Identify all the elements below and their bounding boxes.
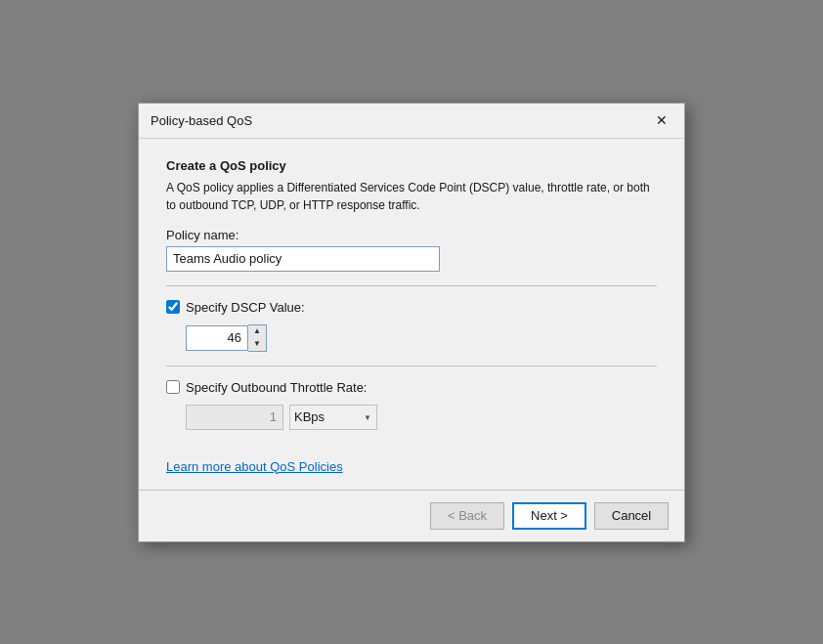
- divider-2: [166, 365, 657, 366]
- policy-name-input[interactable]: [166, 246, 440, 272]
- policy-name-group: Policy name:: [166, 228, 657, 272]
- close-button[interactable]: ✕: [651, 109, 672, 131]
- cancel-button[interactable]: Cancel: [594, 502, 669, 530]
- dialog-title: Policy-based QoS: [151, 113, 252, 128]
- dscp-checkbox[interactable]: [166, 300, 180, 314]
- dscp-value-input[interactable]: [186, 325, 248, 351]
- policy-name-label: Policy name:: [166, 228, 657, 242]
- throttle-checkbox-label: Specify Outbound Throttle Rate:: [186, 380, 367, 395]
- dscp-checkbox-label: Specify DSCP Value:: [186, 300, 305, 315]
- throttle-unit-wrapper: KBps MBps GBps: [289, 405, 377, 430]
- dialog-footer: < Back Next > Cancel: [139, 490, 684, 541]
- back-button[interactable]: < Back: [430, 502, 504, 530]
- dialog-body: Create a QoS policy A QoS policy applies…: [139, 139, 684, 490]
- dscp-checkbox-row: Specify DSCP Value:: [166, 300, 657, 315]
- title-bar: Policy-based QoS ✕: [139, 104, 684, 139]
- throttle-checkbox[interactable]: [166, 380, 180, 394]
- throttle-checkbox-row: Specify Outbound Throttle Rate:: [166, 380, 657, 395]
- section-title: Create a QoS policy: [166, 158, 657, 173]
- dscp-spinner-group: ▲ ▼: [186, 324, 657, 352]
- dscp-spinner-buttons: ▲ ▼: [248, 324, 267, 352]
- dscp-decrement-button[interactable]: ▼: [248, 338, 266, 351]
- next-button[interactable]: Next >: [512, 502, 586, 530]
- learn-more-link[interactable]: Learn more about QoS Policies: [166, 459, 343, 474]
- divider-1: [166, 285, 657, 286]
- policy-qos-dialog: Policy-based QoS ✕ Create a QoS policy A…: [138, 103, 685, 542]
- dscp-increment-button[interactable]: ▲: [248, 325, 266, 338]
- learn-more-section: Learn more about QoS Policies: [166, 459, 657, 474]
- throttle-unit-select[interactable]: KBps MBps GBps: [289, 405, 377, 430]
- throttle-input-row: KBps MBps GBps: [186, 405, 657, 430]
- throttle-value-input[interactable]: [186, 405, 283, 430]
- description-text: A QoS policy applies a Differentiated Se…: [166, 179, 657, 214]
